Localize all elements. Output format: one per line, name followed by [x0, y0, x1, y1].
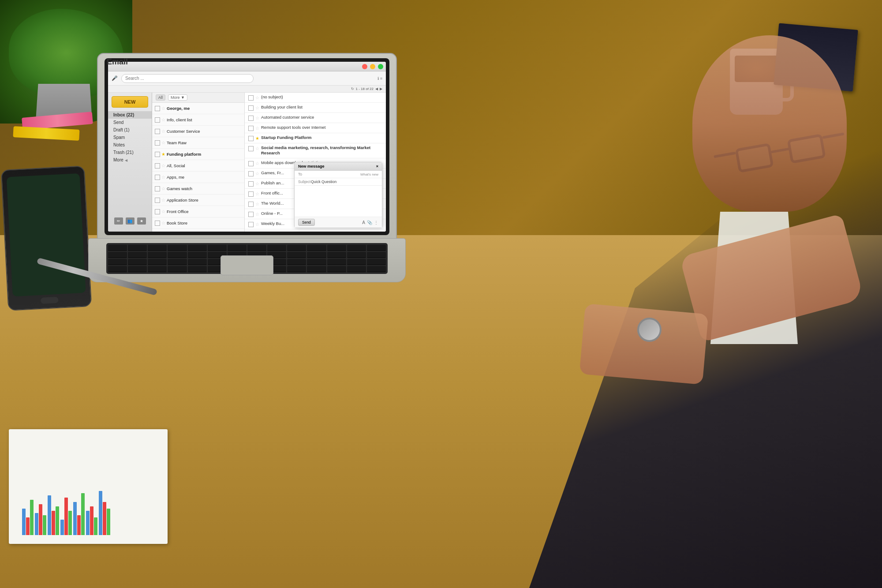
- keyboard-key[interactable]: [287, 245, 306, 251]
- sidebar-item-send[interactable]: Send: [108, 119, 152, 126]
- keyboard-key[interactable]: [367, 266, 386, 272]
- list-item[interactable]: ☆ Team Raw: [152, 137, 244, 149]
- filter-more-button[interactable]: More ▼: [168, 94, 187, 101]
- next-page-button[interactable]: ▶: [380, 87, 382, 91]
- star-icon[interactable]: ☆: [255, 212, 259, 217]
- list-item[interactable]: ☆ Games watch: [152, 183, 244, 195]
- keyboard-key[interactable]: [247, 245, 266, 251]
- new-email-button[interactable]: NEW: [112, 96, 148, 108]
- table-row[interactable]: ☆ Building your client list: [245, 103, 386, 113]
- keyboard-key[interactable]: [347, 259, 366, 265]
- table-row[interactable]: ☆ Remote support tools over Internet: [245, 123, 386, 133]
- keyboard-key[interactable]: [148, 245, 167, 251]
- keyboard-key[interactable]: [367, 252, 386, 258]
- star-icon[interactable]: ☆: [161, 163, 165, 168]
- email-checkbox[interactable]: [248, 105, 254, 111]
- keyboard-key[interactable]: [188, 266, 207, 272]
- keyboard-key[interactable]: [367, 245, 386, 251]
- email-checkbox[interactable]: [248, 95, 254, 101]
- prev-page-button[interactable]: ◀: [375, 87, 378, 91]
- table-row[interactable]: ★ Startup Funding Platform: [245, 133, 386, 143]
- star-icon[interactable]: ☆: [255, 126, 259, 131]
- keyboard-key[interactable]: [148, 266, 167, 272]
- keyboard-key[interactable]: [287, 266, 306, 272]
- keyboard-key[interactable]: [208, 245, 227, 251]
- sidebar-item-draft[interactable]: Draft (1): [108, 126, 152, 134]
- email-checkbox[interactable]: [155, 129, 160, 134]
- starred-icon[interactable]: ★: [137, 217, 146, 225]
- keyboard-key[interactable]: [148, 259, 167, 265]
- star-icon[interactable]: ☆: [161, 198, 165, 202]
- keyboard-key[interactable]: [307, 259, 326, 265]
- close-button[interactable]: [362, 64, 367, 69]
- send-button[interactable]: Send: [298, 219, 315, 226]
- email-checkbox[interactable]: [155, 209, 160, 214]
- keyboard-key[interactable]: [188, 245, 207, 251]
- email-checkbox[interactable]: [155, 152, 160, 157]
- keyboard-key[interactable]: [347, 266, 366, 272]
- star-icon[interactable]: ☆: [255, 202, 259, 206]
- star-icon[interactable]: ☆: [161, 117, 165, 122]
- email-checkbox[interactable]: [155, 198, 160, 203]
- contacts-icon[interactable]: 👥: [126, 217, 135, 225]
- email-checkbox[interactable]: [155, 163, 160, 169]
- keyboard-key[interactable]: [108, 266, 127, 272]
- table-row[interactable]: ☆ TV Progra...: [245, 229, 386, 232]
- list-item[interactable]: ☆ Info, client list: [152, 114, 244, 126]
- keyboard-key[interactable]: [168, 252, 187, 258]
- list-item[interactable]: ☆ Apps, me: [152, 172, 244, 183]
- email-checkbox[interactable]: [248, 191, 254, 197]
- keyboard-key[interactable]: [128, 252, 147, 258]
- star-icon[interactable]: ★: [255, 136, 259, 141]
- keyboard-key[interactable]: [108, 259, 127, 265]
- list-item[interactable]: ☆ Online Calendar: [152, 229, 244, 232]
- keyboard-key[interactable]: [108, 245, 127, 251]
- table-row[interactable]: ☆ Social media marketing, research, tran…: [245, 143, 386, 158]
- star-icon[interactable]: ☆: [161, 106, 165, 111]
- email-checkbox[interactable]: [248, 126, 254, 131]
- keyboard-key[interactable]: [327, 259, 346, 265]
- star-icon[interactable]: ☆: [255, 105, 259, 110]
- star-icon[interactable]: ☆: [161, 186, 165, 191]
- email-checkbox[interactable]: [248, 181, 254, 187]
- list-item[interactable]: ☆ Book Store: [152, 217, 244, 229]
- touchpad[interactable]: [220, 255, 273, 275]
- email-checkbox[interactable]: [248, 136, 254, 141]
- star-icon[interactable]: ☆: [161, 221, 165, 225]
- email-checkbox[interactable]: [248, 161, 254, 166]
- email-checkbox[interactable]: [248, 202, 254, 207]
- keyboard-key[interactable]: [307, 252, 326, 258]
- compose-close-icon[interactable]: ×: [376, 164, 378, 169]
- keyboard-key[interactable]: [267, 245, 286, 251]
- email-checkbox[interactable]: [248, 146, 254, 151]
- email-checkbox[interactable]: [248, 212, 254, 217]
- keyboard-key[interactable]: [327, 266, 346, 272]
- star-icon[interactable]: ☆: [161, 140, 165, 145]
- star-icon[interactable]: ☆: [161, 209, 165, 214]
- keyboard-key[interactable]: [307, 266, 326, 272]
- star-icon[interactable]: ☆: [161, 175, 165, 180]
- keyboard-key[interactable]: [287, 259, 306, 265]
- list-item[interactable]: ☆ Application Store: [152, 195, 244, 206]
- email-checkbox[interactable]: [248, 116, 254, 121]
- email-checkbox[interactable]: [155, 221, 160, 226]
- email-checkbox[interactable]: [155, 106, 160, 111]
- to-input[interactable]: [311, 172, 359, 176]
- email-checkbox[interactable]: [155, 186, 160, 191]
- keyboard-key[interactable]: [287, 252, 306, 258]
- star-icon[interactable]: ☆: [255, 181, 259, 186]
- keyboard-key[interactable]: [168, 266, 187, 272]
- keyboard-key[interactable]: [347, 252, 366, 258]
- list-item[interactable]: ★ Funding platform: [152, 149, 244, 160]
- email-checkbox[interactable]: [155, 117, 160, 123]
- sidebar-item-notes[interactable]: Notes: [108, 141, 152, 149]
- more-options-icon[interactable]: ⋮: [374, 220, 378, 225]
- sidebar-item-inbox[interactable]: Inbox (22): [108, 111, 152, 119]
- keyboard-key[interactable]: [367, 259, 386, 265]
- star-icon[interactable]: ☆: [255, 171, 259, 176]
- keyboard-key[interactable]: [128, 245, 147, 251]
- sidebar-item-more[interactable]: More ◀: [108, 156, 152, 164]
- email-checkbox[interactable]: [248, 222, 254, 227]
- keyboard-key[interactable]: [307, 245, 326, 251]
- star-icon[interactable]: ☆: [161, 129, 165, 134]
